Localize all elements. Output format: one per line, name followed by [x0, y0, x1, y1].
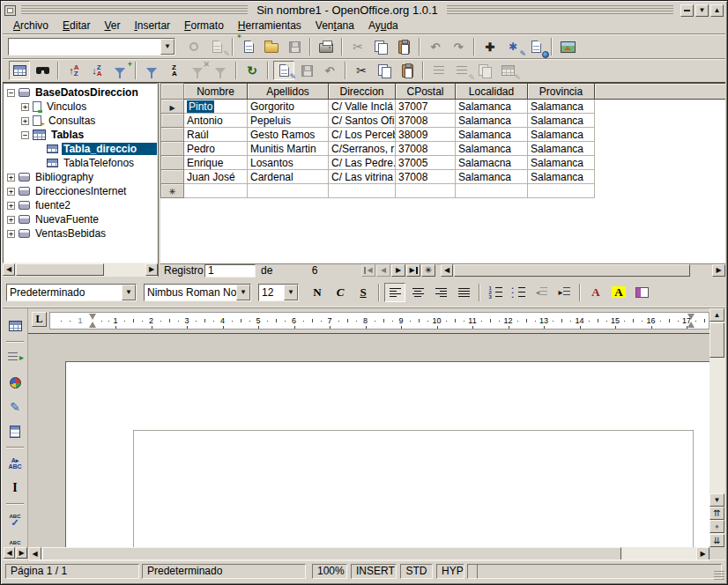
cell[interactable]: Salamanca — [528, 156, 595, 170]
cell-empty[interactable] — [528, 184, 595, 198]
status-hyperlink-mode[interactable]: HYP — [436, 564, 464, 579]
cell[interactable]: 37008 — [396, 114, 456, 128]
scrollbar-thumb[interactable] — [709, 322, 724, 358]
cell-empty[interactable] — [184, 184, 248, 198]
scroll-right-icon[interactable] — [145, 263, 158, 276]
cell[interactable]: Salamanca — [528, 142, 595, 156]
cell[interactable]: Salamanca — [456, 142, 528, 156]
url-value[interactable] — [9, 39, 160, 55]
dropdown-arrow-icon[interactable] — [122, 285, 136, 300]
cell[interactable]: Juan José — [184, 170, 248, 184]
cell[interactable]: Salamanca — [528, 114, 595, 128]
stylist-icon[interactable]: ✱✎ — [502, 37, 524, 56]
previous-page-icon[interactable] — [709, 507, 724, 520]
size-value[interactable]: 12 — [259, 285, 284, 300]
tree-item-tablas[interactable]: −Tablas — [4, 128, 157, 142]
menu-herramientas[interactable]: Herramientas — [231, 19, 308, 33]
tree-item-basedatosdireccion[interactable]: −BaseDatosDireccion — [4, 85, 157, 100]
cell[interactable]: Gesto Ramos — [248, 128, 329, 142]
cell[interactable]: C/ Las vitrina — [329, 170, 396, 184]
row-header[interactable] — [161, 142, 184, 156]
spellcheck-icon[interactable]: ABC✓ — [4, 509, 26, 530]
table-scroll-left-icon[interactable] — [441, 264, 453, 277]
scroll-down-icon[interactable] — [709, 493, 724, 507]
paste-icon[interactable] — [397, 61, 418, 80]
font-name-combobox[interactable]: Nimbus Roman No — [144, 284, 251, 301]
paragraph-style-combobox[interactable]: Predeterminado — [6, 284, 137, 301]
expand-icon[interactable]: + — [7, 216, 15, 224]
new-record-header[interactable]: ✳ — [161, 184, 184, 198]
left-margin-marker[interactable] — [89, 314, 97, 328]
cell[interactable]: Salamanca — [456, 128, 528, 142]
cell-empty[interactable] — [456, 184, 528, 198]
cell[interactable]: C/ Santos Ofi — [329, 114, 396, 128]
underline-button[interactable]: S — [353, 283, 374, 302]
expand-icon[interactable]: + — [7, 174, 15, 181]
cell-empty[interactable] — [248, 184, 329, 198]
scrollbar-thumb[interactable] — [42, 547, 621, 560]
menu-insertar[interactable]: Insertar — [127, 19, 177, 33]
expand-icon[interactable]: + — [7, 202, 15, 210]
align-right-button[interactable] — [430, 283, 451, 302]
horizontal-ruler[interactable]: 11234567891011121314151617 — [49, 312, 709, 330]
cell[interactable]: Pinto — [184, 100, 248, 114]
row-header[interactable] — [161, 128, 184, 142]
next-record-button[interactable] — [391, 264, 405, 277]
style-value[interactable]: Predeterminado — [7, 285, 122, 300]
cell[interactable]: 37007 — [396, 100, 456, 114]
cell[interactable]: C/Serranos, r — [329, 142, 396, 156]
expand-icon[interactable]: + — [21, 103, 29, 111]
tree-item-consultas[interactable]: +Consultas — [4, 114, 157, 128]
minimize-button[interactable] — [680, 4, 694, 17]
menu-formato[interactable]: Formato — [177, 19, 231, 33]
cell[interactable]: 37008 — [396, 142, 456, 156]
row-header[interactable] — [161, 114, 184, 128]
new-record-button[interactable]: ✳ — [421, 264, 435, 277]
menu-ventana[interactable]: Ventana — [308, 19, 361, 33]
scrollbar-thumb[interactable] — [16, 263, 104, 276]
cell[interactable]: Gorgorito — [248, 100, 329, 114]
tree-item-tablatelefonos[interactable]: TablaTelefonos — [4, 156, 157, 170]
status-selection-mode[interactable]: STD — [400, 564, 433, 579]
document-workspace[interactable] — [28, 334, 709, 547]
row-header[interactable] — [161, 170, 184, 184]
cell[interactable]: Antonio — [184, 114, 248, 128]
cell[interactable]: Pedro — [184, 142, 248, 156]
copy-icon[interactable] — [374, 61, 395, 80]
title-bar[interactable]: Sin nombre1 - OpenOffice.org 1.0.1 — [3, 3, 725, 18]
maximize-button[interactable] — [710, 4, 724, 17]
scroll-up-icon[interactable] — [709, 308, 724, 322]
new-document-icon[interactable]: ✶ — [238, 37, 259, 56]
column-header-cpostal[interactable]: CPostal — [396, 84, 456, 100]
url-combobox[interactable] — [8, 38, 175, 56]
italic-button[interactable]: C — [330, 283, 351, 302]
gallery-icon[interactable] — [557, 37, 578, 56]
row-header-corner[interactable] — [161, 84, 184, 100]
font-value[interactable]: Nimbus Roman No — [145, 285, 236, 300]
status-zoom[interactable]: 100% — [312, 564, 347, 579]
insert-table-icon[interactable] — [4, 315, 26, 337]
cell[interactable]: Salamacna — [456, 156, 528, 170]
cell[interactable]: Salamanca — [528, 128, 595, 142]
navigation-icon[interactable] — [709, 520, 724, 533]
cell[interactable]: Cardenal — [248, 170, 329, 184]
table-scrollbar-thumb[interactable] — [454, 264, 690, 277]
menu-ver[interactable]: Ver — [97, 19, 127, 33]
cell[interactable]: Raúl — [184, 128, 248, 142]
column-header-apellidos[interactable]: Apellidos — [248, 84, 329, 100]
cell[interactable]: Salamanca — [456, 100, 528, 114]
toolbar-scroll-right-icon[interactable] — [16, 547, 27, 559]
sort-order-icon[interactable]: ZA — [164, 61, 185, 80]
tab-type-selector[interactable]: L — [32, 312, 47, 327]
paragraph-background-button[interactable] — [631, 283, 652, 302]
cell[interactable]: Enrique — [184, 156, 248, 170]
justify-button[interactable] — [453, 283, 474, 302]
table-scroll-right-icon[interactable] — [712, 264, 725, 277]
expand-icon[interactable]: + — [7, 230, 15, 238]
print-icon[interactable] — [316, 37, 337, 56]
last-record-button[interactable] — [406, 264, 420, 277]
sort-descending-icon[interactable]: ↓ZA — [86, 61, 108, 80]
tree-item-fuente2[interactable]: +fuente2 — [4, 198, 157, 212]
restore-button[interactable] — [695, 4, 709, 17]
explorer-horizontal-scrollbar[interactable] — [3, 263, 158, 277]
